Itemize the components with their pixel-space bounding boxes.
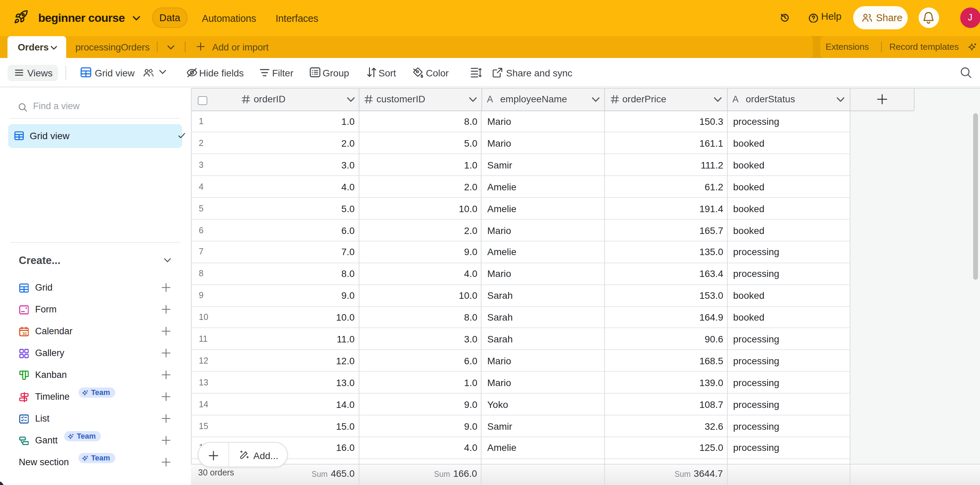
svg-text:31: 31 — [22, 331, 27, 336]
